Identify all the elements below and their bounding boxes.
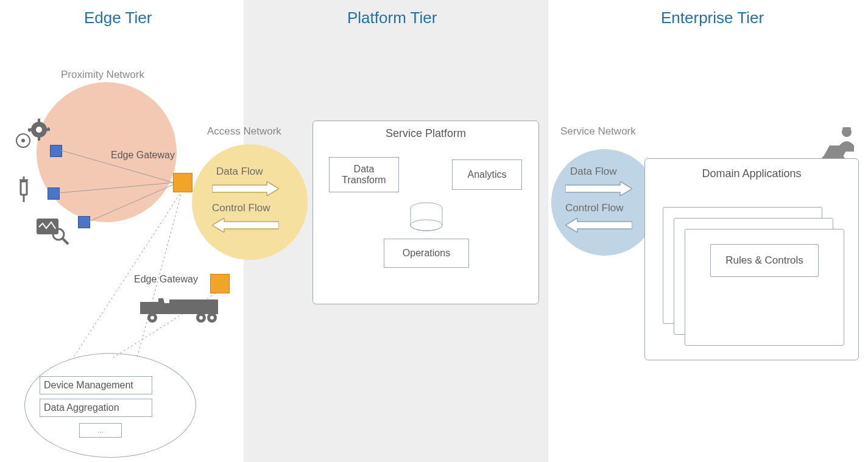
proximity-network-label: Proximity Network xyxy=(61,69,144,81)
device-node-2 xyxy=(48,187,60,200)
svg-rect-10 xyxy=(21,181,27,195)
data-aggregation-box: Data Aggregation xyxy=(40,399,152,417)
enterprise-tier-title: Enterprise Tier xyxy=(661,9,764,27)
edge-gateway-1 xyxy=(173,173,192,192)
gear-icon xyxy=(12,119,55,155)
monitor-icon xyxy=(35,216,72,248)
edge-gateway-2 xyxy=(210,274,230,293)
service-network-label: Service Network xyxy=(560,125,636,138)
service-control-flow-label: Control Flow xyxy=(565,202,623,214)
platform-tier-title: Platform Tier xyxy=(347,9,437,27)
diagram-stage: Edge Tier Platform Tier Enterprise Tier … xyxy=(0,0,868,462)
svg-rect-3 xyxy=(38,137,40,141)
service-platform-title: Service Platform xyxy=(313,127,538,140)
svg-point-27 xyxy=(150,316,154,320)
domain-applications-title: Domain Applications xyxy=(645,167,858,180)
data-transform-box: Data Transform xyxy=(329,157,399,192)
analytics-box: Analytics xyxy=(452,159,522,190)
service-data-flow-label: Data Flow xyxy=(570,166,617,178)
device-node-1 xyxy=(50,145,62,157)
rules-controls-card: Rules & Controls xyxy=(685,229,844,346)
svg-rect-25 xyxy=(169,299,218,314)
svg-point-1 xyxy=(36,127,42,133)
svg-marker-40 xyxy=(824,145,849,156)
edge-gateway-label-2: Edge Gateway xyxy=(134,274,198,285)
device-management-box: Device Management xyxy=(40,376,152,394)
truck-icon xyxy=(140,292,225,328)
access-network-label: Access Network xyxy=(207,125,281,138)
edge-ellipsis-box: ... xyxy=(79,423,122,438)
operations-box: Operations xyxy=(384,239,469,268)
svg-marker-33 xyxy=(212,218,279,233)
access-data-flow-label: Data Flow xyxy=(216,166,263,178)
svg-marker-37 xyxy=(565,218,632,233)
svg-rect-2 xyxy=(38,119,40,122)
svg-point-31 xyxy=(210,316,214,320)
svg-marker-36 xyxy=(565,181,632,196)
database-icon xyxy=(408,202,445,235)
svg-point-9 xyxy=(21,139,25,142)
access-data-flow-arrow xyxy=(212,181,279,196)
access-control-flow-label: Control Flow xyxy=(212,202,270,214)
access-control-flow-arrow xyxy=(212,218,279,233)
service-control-flow-arrow xyxy=(565,218,632,233)
svg-rect-39 xyxy=(842,127,851,130)
svg-point-29 xyxy=(199,316,203,320)
edge-tier-title: Edge Tier xyxy=(84,9,152,27)
svg-line-16 xyxy=(62,238,68,244)
rules-controls-box: Rules & Controls xyxy=(710,244,819,277)
svg-marker-32 xyxy=(212,181,279,196)
edge-gateway-label-1: Edge Gateway xyxy=(111,150,175,161)
device-node-3 xyxy=(78,216,90,228)
syringe-icon xyxy=(12,177,46,206)
service-data-flow-arrow xyxy=(565,181,632,196)
